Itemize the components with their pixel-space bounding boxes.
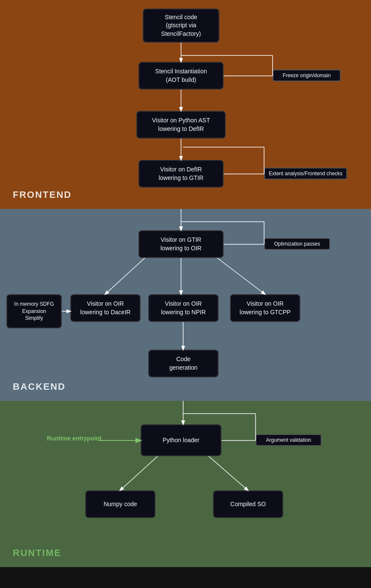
stencil-code-box: Stencil code (gtscript via StencilFactor… <box>143 9 219 43</box>
frontend-label: FRONTEND <box>13 189 72 200</box>
compiled-so-box: Compiled SO <box>213 490 283 518</box>
optimization-passes-box: Optimization passes <box>264 238 330 250</box>
svg-line-12 <box>217 258 265 294</box>
runtime-section: RUNTIME Python loader Argument validatio… <box>0 401 371 567</box>
extent-analysis-box: Extent analysis/Frontend checks <box>264 168 347 180</box>
visitor-python-ast-box: Visitor on Python AST lowering to DefIR <box>136 111 226 139</box>
visitor-defir-box: Visitor on DefIR lowering to GTIR <box>138 160 224 188</box>
diagram-wrapper: FRONTEND Stencil code (gtscript via Sten… <box>0 0 371 567</box>
argument-validation-box: Argument validation <box>256 434 322 446</box>
backend-section: BACKEND Visitor on GTIR lowering to OIR … <box>0 209 371 401</box>
svg-line-10 <box>105 258 145 294</box>
code-generation-box: Code generation <box>148 350 219 377</box>
visitor-oir-dace-box: Visitor on OIR lowering to DaceIR <box>70 294 141 322</box>
in-memory-sdfg-box: In memory SDFG Expansion Simplify <box>6 294 62 328</box>
visitor-gtir-box: Visitor on GTIR lowering to OIR <box>138 230 224 258</box>
runtime-entrypoint-label: Runtime entrypoint <box>47 435 101 442</box>
numpy-code-box: Numpy code <box>85 490 155 518</box>
stencil-instantiation-box: Stencil Instantiation (AOT build) <box>138 62 224 90</box>
freeze-origin-box: Freeze origin/domain <box>273 70 341 81</box>
svg-line-23 <box>120 456 158 490</box>
svg-line-24 <box>209 456 248 490</box>
visitor-oir-npir-box: Visitor on OIR lowering to NPIR <box>148 294 219 322</box>
runtime-label: RUNTIME <box>13 547 61 559</box>
visitor-oir-gtcpp-box: Visitor on OIR lowering to GTCPP <box>230 294 300 322</box>
backend-label: BACKEND <box>13 381 66 392</box>
frontend-section: FRONTEND Stencil code (gtscript via Sten… <box>0 0 371 209</box>
python-loader-box: Python loader <box>141 424 221 456</box>
